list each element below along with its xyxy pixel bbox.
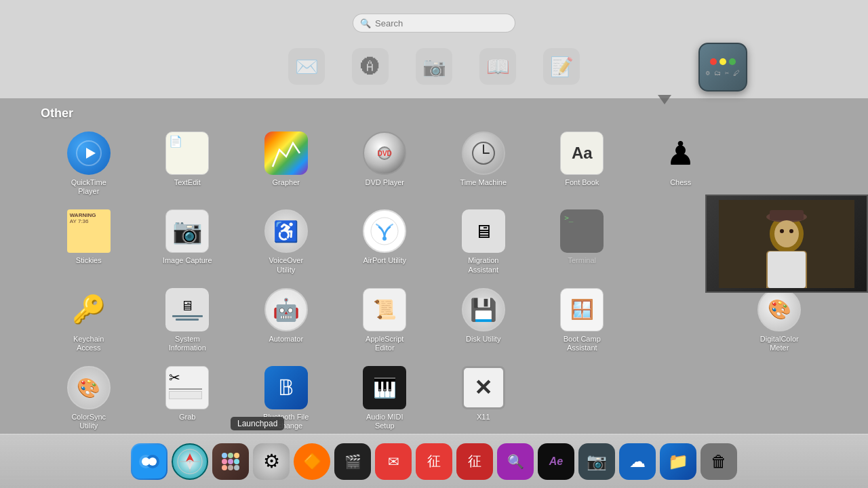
app-bootcamp[interactable]: 🪟 Boot Camp Assistant	[534, 284, 631, 357]
terminal-icon: >_	[560, 209, 604, 253]
dock-aftereffects[interactable]: Ae	[538, 443, 574, 480]
app-timemachine[interactable]: Time Machine	[435, 127, 532, 200]
diskutility-label: Disk Utility	[466, 335, 500, 344]
bootcamp-icon: 🪟	[560, 288, 604, 331]
dock-app1[interactable]: 征	[416, 443, 452, 480]
app-grapher[interactable]: Grapher	[238, 127, 334, 200]
app-digitalcolor[interactable]: 🎨 DigitalColor Meter	[732, 284, 828, 357]
applescript-label: AppleScript Editor	[357, 335, 412, 352]
dock-downloads[interactable]: 📁	[660, 443, 696, 480]
fontbook-icon: Aa	[560, 131, 604, 175]
app-migration[interactable]: 🖥 Migration Assistant	[435, 205, 532, 278]
systemprefs-icon: ⚙	[253, 443, 290, 480]
dock-safari[interactable]	[172, 443, 208, 480]
dock-alfred[interactable]: 🔍	[497, 443, 534, 480]
timemachine-icon	[462, 131, 505, 175]
app-sysinfo[interactable]: 🖥 System Information	[140, 284, 236, 357]
app-fontbook[interactable]: Aa Font Book	[534, 127, 631, 200]
app-audiomidi[interactable]: 🎹 Audio MIDI Setup	[337, 362, 433, 434]
app-dvdplayer[interactable]: DVD DVD Player	[337, 127, 433, 200]
svg-point-35	[228, 465, 233, 470]
app-grab[interactable]: ✂ Grab	[140, 362, 236, 434]
migration-icon: 🖥	[462, 209, 505, 253]
textedit-label: TextEdit	[174, 178, 201, 187]
search-bar[interactable]: 🔍	[353, 14, 515, 33]
app1-icon: 征	[416, 443, 452, 480]
grapher-icon	[264, 131, 308, 175]
app-automator[interactable]: 🤖 Automator	[238, 284, 334, 357]
app-airport[interactable]: AirPort Utility	[337, 205, 433, 278]
safari-icon	[172, 443, 208, 480]
dock-launchpad[interactable]	[212, 443, 249, 480]
top-app-dictionary[interactable]: 📖	[476, 45, 519, 88]
notes-icon: 📝	[543, 48, 580, 85]
dock-cloudapp[interactable]: ☁	[619, 443, 656, 480]
dock-systemprefs[interactable]: ⚙	[253, 443, 290, 480]
imagecapture-label: Image Capture	[163, 256, 212, 265]
dock-finder[interactable]	[131, 443, 167, 480]
top-app-appstore[interactable]: 🅐	[349, 45, 392, 88]
app-imagecapture[interactable]: 📷 Image Capture	[140, 205, 236, 278]
dock-finalcut[interactable]: 🎬	[334, 443, 371, 480]
dictionary-icon: 📖	[479, 48, 516, 85]
airport-icon	[363, 209, 406, 253]
top-right-app[interactable]: ⚙ 🗂 ✂ 🖊	[698, 43, 747, 92]
dock-vlc[interactable]: 🔶	[294, 443, 330, 480]
app-x11[interactable]: ✕ X11	[435, 362, 532, 434]
dvdplayer-label: DVD Player	[366, 178, 404, 187]
dock-trash[interactable]: 🗑	[701, 443, 737, 480]
sysinfo-icon: 🖥	[165, 288, 209, 331]
dvdplayer-icon: DVD	[363, 131, 406, 175]
app-colorsync[interactable]: 🎨 ColorSync Utility	[41, 362, 137, 434]
stickies-icon: WARNING AY 7:36	[67, 209, 111, 253]
migration-label: Migration Assistant	[456, 256, 511, 274]
app-chess[interactable]: ♟ Chess	[633, 127, 729, 200]
svg-point-7	[382, 237, 387, 241]
mail2-icon: ✉	[375, 443, 412, 480]
app-empty-1	[732, 127, 828, 200]
app-diskutility[interactable]: 💾 Disk Utility	[435, 284, 532, 357]
keychain-icon: 🔑	[67, 288, 111, 331]
audiomidi-icon: 🎹	[363, 366, 406, 409]
top-app-mail[interactable]: ✉️	[285, 45, 328, 88]
automator-icon: 🤖	[264, 288, 308, 331]
search-input[interactable]	[375, 18, 508, 28]
trash-icon: 🗑	[701, 443, 737, 480]
x11-label: X11	[477, 413, 490, 422]
aftereffects-icon: Ae	[538, 443, 574, 480]
digitalcolor-icon: 🎨	[757, 288, 801, 331]
app-stickies[interactable]: WARNING AY 7:36 Stickies	[41, 205, 137, 278]
dock-camera[interactable]: 📷	[578, 443, 615, 480]
quicktime-icon	[67, 131, 111, 175]
app-applescript[interactable]: 📜 AppleScript Editor	[337, 284, 433, 357]
app-empty-3	[633, 284, 729, 357]
finalcut-icon: 🎬	[334, 443, 371, 480]
textedit-icon: 📄	[165, 131, 209, 175]
svg-point-29	[228, 453, 233, 458]
dock-mail[interactable]: ✉	[375, 443, 412, 480]
app-terminal[interactable]: >_ Terminal	[534, 205, 631, 278]
app-textedit[interactable]: 📄 TextEdit	[140, 127, 236, 200]
app-keychain[interactable]: 🔑 Keychain Access	[41, 284, 137, 357]
maximize-dot	[729, 58, 736, 65]
stickies-label: Stickies	[76, 256, 102, 265]
dock: ⚙ 🔶 🎬 ✉ 征 征 🔍 Ae 📷 ☁ 📁 🗑	[0, 434, 868, 488]
app-voiceover[interactable]: ♿ VoiceOver Utility	[238, 205, 334, 278]
digitalcolor-label: DigitalColor Meter	[752, 335, 806, 352]
app-quicktime[interactable]: QuickTime Player	[41, 127, 137, 200]
x11-icon: ✕	[462, 366, 505, 409]
top-app-facetime[interactable]: 📷	[412, 45, 456, 88]
svg-rect-12	[770, 210, 804, 220]
close-dot	[710, 58, 717, 65]
voiceover-icon: ♿	[264, 209, 308, 253]
launchpad-dock-label: Launchpad	[231, 417, 284, 430]
section-title: Other	[41, 106, 827, 121]
search-icon: 🔍	[360, 18, 371, 28]
top-app-notes[interactable]: 📝	[540, 45, 583, 88]
svg-marker-1	[86, 148, 96, 159]
webcam-content	[707, 196, 867, 291]
facetime-icon: 📷	[416, 48, 452, 85]
dock-app2[interactable]: 征	[456, 443, 493, 480]
app-empty-4	[534, 362, 631, 434]
svg-point-21	[149, 458, 157, 466]
